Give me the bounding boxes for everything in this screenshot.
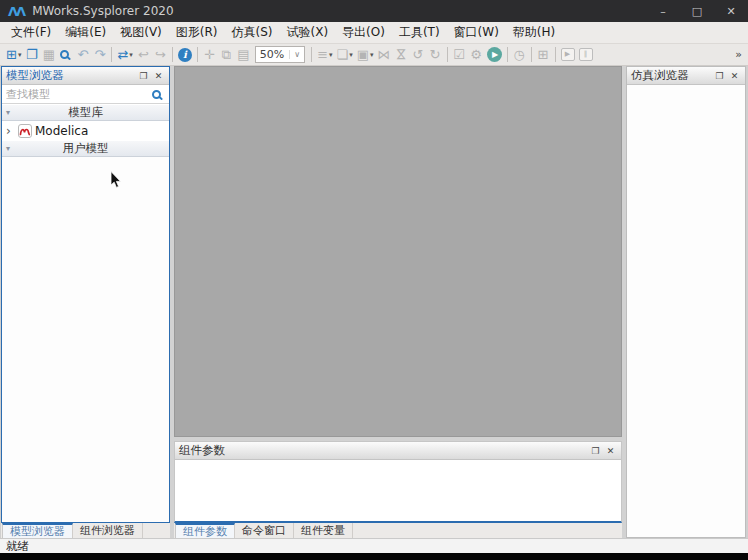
menu-item-edit[interactable]: 编辑(E) bbox=[58, 22, 113, 43]
model-info-button[interactable]: i bbox=[176, 45, 194, 65]
simulation-settings-icon: ⚙ bbox=[470, 48, 482, 61]
tab-component-variables[interactable]: 组件变量 bbox=[294, 523, 353, 538]
menu-item-view[interactable]: 视图(V) bbox=[113, 22, 169, 43]
close-panel-button[interactable]: ✕ bbox=[152, 69, 165, 82]
search-button[interactable] bbox=[57, 45, 74, 65]
section-header-model-library[interactable]: ▾ 模型库 bbox=[2, 104, 169, 121]
simulate-button[interactable]: ▶ bbox=[485, 45, 504, 65]
text-view-icon: ▤ bbox=[237, 48, 249, 61]
chevron-down-icon: ▾ bbox=[6, 144, 10, 153]
undo-button[interactable]: ↶ bbox=[74, 45, 91, 65]
diagram-canvas[interactable] bbox=[174, 66, 622, 437]
navigate-forward-button[interactable]: ↪ bbox=[152, 45, 169, 65]
simulation-settings-button[interactable]: ⚙ bbox=[468, 45, 485, 65]
tree-item-modelica[interactable]: › Modelica bbox=[2, 121, 169, 140]
chevron-down-icon: ▾ bbox=[6, 108, 10, 117]
save-icon: ▦ bbox=[43, 48, 55, 61]
flip-vertical-icon: ⋈ bbox=[395, 48, 408, 61]
diagram-view-button[interactable]: ⧉ bbox=[218, 45, 235, 65]
center-dock-column: 组件参数 ❐ ✕ 组件参数 命令窗口 组件变量 bbox=[174, 66, 622, 538]
menu-item-help[interactable]: 帮助(H) bbox=[506, 22, 562, 43]
status-text: 就绪 bbox=[6, 539, 29, 554]
flip-vertical-button[interactable]: ⋈ bbox=[393, 45, 410, 65]
menu-item-window[interactable]: 窗口(W) bbox=[447, 22, 506, 43]
sim-browser-header: 仿真浏览器 ❐ ✕ bbox=[627, 67, 745, 85]
flip-horizontal-button[interactable]: ⋈ bbox=[376, 45, 393, 65]
bottom-tab-bar: 组件参数 命令窗口 组件变量 bbox=[174, 523, 622, 538]
toolbar-separator bbox=[447, 47, 448, 62]
mouse-cursor-icon bbox=[110, 171, 123, 189]
flip-horizontal-icon: ⋈ bbox=[378, 48, 391, 61]
section-label-model-library: 模型库 bbox=[68, 105, 103, 120]
sim-browser-panel: 仿真浏览器 ❐ ✕ bbox=[626, 66, 746, 538]
menu-item-graphics[interactable]: 图形(R) bbox=[169, 22, 225, 43]
tab-component-params[interactable]: 组件参数 bbox=[175, 523, 235, 538]
fit-to-window-icon: ✛ bbox=[204, 48, 215, 61]
menu-item-file[interactable]: 文件(F) bbox=[4, 22, 58, 43]
send-to-back-icon: ▣ bbox=[357, 48, 369, 61]
undo-icon: ↶ bbox=[77, 48, 88, 61]
check-model-icon: ☑ bbox=[453, 48, 465, 61]
toolbar-separator bbox=[531, 47, 532, 62]
play-animation-button[interactable]: ▶ bbox=[559, 45, 577, 65]
expand-chevron-icon: › bbox=[6, 124, 15, 138]
component-params-panel: 组件参数 ❐ ✕ bbox=[174, 441, 622, 523]
sim-browser-content bbox=[627, 85, 745, 537]
tab-model-browser[interactable]: 模型浏览器 bbox=[2, 523, 73, 538]
tab-component-browser[interactable]: 组件浏览器 bbox=[73, 523, 143, 538]
toolbar-overflow-button[interactable]: » bbox=[735, 48, 744, 61]
zoom-level-combo[interactable]: 50% ∨ bbox=[255, 46, 305, 63]
navigate-back-button[interactable]: ↩ bbox=[135, 45, 152, 65]
new-plot-window-button[interactable]: ⊞ bbox=[535, 45, 552, 65]
toolbar-separator bbox=[197, 47, 198, 62]
rotate-left-button[interactable]: ↺ bbox=[410, 45, 427, 65]
section-header-user-models[interactable]: ▾ 用户模型 bbox=[2, 140, 169, 157]
send-to-back-button[interactable]: ▣▾ bbox=[355, 45, 376, 65]
pause-animation-button[interactable]: ∥ bbox=[577, 45, 595, 65]
text-view-button[interactable]: ▤ bbox=[235, 45, 252, 65]
dropdown-caret-icon: ▾ bbox=[370, 51, 374, 59]
menu-item-simulation[interactable]: 仿真(S) bbox=[225, 22, 280, 43]
fit-to-window-button[interactable]: ✛ bbox=[201, 45, 218, 65]
model-convert-icon: ⇄ bbox=[117, 48, 128, 61]
minimize-button[interactable]: – bbox=[646, 0, 680, 22]
simulation-schedule-button[interactable]: ◷ bbox=[511, 45, 528, 65]
save-button[interactable]: ▦ bbox=[40, 45, 57, 65]
app-window: ΛΛ MWorks.Sysplorer 2020 – □ ✕ 文件(F) 编辑(… bbox=[0, 0, 748, 560]
undock-panel-button[interactable]: ❐ bbox=[137, 69, 150, 82]
bring-to-front-button[interactable]: ❏▾ bbox=[335, 45, 355, 65]
modelica-icon bbox=[18, 124, 32, 138]
close-button[interactable]: ✕ bbox=[714, 0, 748, 22]
component-params-content bbox=[175, 460, 621, 521]
component-params-title: 组件参数 bbox=[179, 443, 587, 458]
toolbar-separator bbox=[555, 47, 556, 62]
model-browser-title: 模型浏览器 bbox=[6, 68, 135, 83]
menu-item-tools[interactable]: 工具(T) bbox=[392, 22, 447, 43]
search-icon[interactable] bbox=[152, 90, 161, 99]
left-dock-column: 模型浏览器 ❐ ✕ ▾ 模型库 › bbox=[1, 66, 170, 538]
menu-item-export[interactable]: 导出(O) bbox=[335, 22, 392, 43]
new-model-button[interactable]: ⊞▾ bbox=[4, 45, 23, 65]
open-model-icon: ❐ bbox=[26, 48, 38, 61]
redo-button[interactable]: ↷ bbox=[91, 45, 108, 65]
undock-panel-button[interactable]: ❐ bbox=[589, 444, 602, 457]
undock-panel-button[interactable]: ❐ bbox=[713, 69, 726, 82]
model-convert-button[interactable]: ⇄▾ bbox=[115, 45, 134, 65]
open-model-button[interactable]: ❐ bbox=[23, 45, 40, 65]
tab-command-window[interactable]: 命令窗口 bbox=[235, 523, 294, 538]
close-panel-button[interactable]: ✕ bbox=[728, 69, 741, 82]
check-model-button[interactable]: ☑ bbox=[451, 45, 468, 65]
dropdown-caret-icon: ▾ bbox=[349, 51, 353, 59]
rotate-right-button[interactable]: ↻ bbox=[427, 45, 444, 65]
new-model-icon: ⊞ bbox=[6, 48, 17, 61]
model-info-icon: i bbox=[178, 48, 192, 62]
maximize-button[interactable]: □ bbox=[680, 0, 714, 22]
model-search-input[interactable] bbox=[6, 88, 152, 101]
bring-to-front-icon: ❏ bbox=[337, 48, 349, 61]
menu-bar: 文件(F) 编辑(E) 视图(V) 图形(R) 仿真(S) 试验(X) 导出(O… bbox=[0, 22, 748, 44]
toolbar: ⊞▾❐▦↶↷⇄▾↩↪i✛⧉▤ 50% ∨ ≡▾❏▾▣▾⋈⋈↺↻☑⚙▶◷⊞▶∥ » bbox=[0, 44, 748, 66]
model-tree-empty-area bbox=[2, 157, 169, 522]
close-panel-button[interactable]: ✕ bbox=[604, 444, 617, 457]
menu-item-experiment[interactable]: 试验(X) bbox=[279, 22, 335, 43]
align-button[interactable]: ≡▾ bbox=[315, 45, 334, 65]
